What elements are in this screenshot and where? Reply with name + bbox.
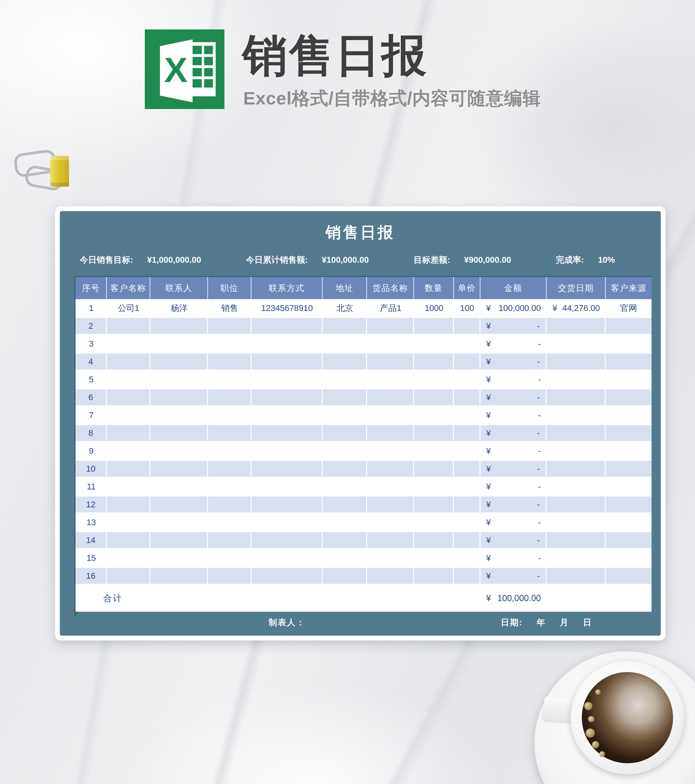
stat-label: 今日累计销售额: [246,255,308,265]
table-cell [150,389,208,405]
amount-cell: ¥- [480,478,547,496]
currency-symbol: ¥ [486,392,491,402]
column-header: 货品名称 [367,277,414,299]
table-cell [208,549,251,567]
table-cell [367,425,414,441]
table-cell: 4 [76,354,107,370]
amount-cell: ¥- [480,406,547,424]
amount-cell: ¥- [480,532,547,548]
table-cell [454,478,480,496]
table-cell [414,425,454,441]
currency-symbol: ¥ [486,517,491,527]
table-cell [251,513,323,531]
delivery-date-cell [546,532,606,548]
table-row: 6¥- [76,389,652,406]
table-cell [606,478,652,496]
table-cell [150,496,208,512]
table-cell [606,532,652,548]
table-cell [323,568,367,584]
delivery-date-cell [546,406,606,424]
table-cell [208,406,251,424]
currency-symbol: ¥ [486,535,491,545]
date-day-label: 日 [583,617,592,628]
table-cell [606,354,652,370]
table-cell [414,406,454,424]
table-cell [414,442,454,460]
table-cell [454,532,480,548]
table-cell [606,318,652,334]
report-card-surface: 销售日报 今日销售目标:¥1,000,000.00今日累计销售额:¥100,00… [60,211,661,636]
table-cell [150,461,208,477]
table-cell [367,389,414,405]
table-cell: 11 [76,478,107,496]
table-cell [251,425,323,441]
table-cell [323,318,367,334]
stat-pair: 目标差额:¥900,000.00 [414,255,511,265]
delivery-date-cell [546,461,606,477]
table-cell: 16 [76,568,107,584]
table-cell [367,478,414,496]
table-cell [251,354,323,370]
table-cell [367,442,414,460]
delivery-date-cell [546,568,606,584]
table-cell: 5 [76,371,107,389]
table-row: 14¥- [76,531,652,549]
column-header: 职位 [208,277,251,299]
summary-stats-row: 今日销售目标:¥1,000,000.00今日累计销售额:¥100,000.00目… [80,255,615,265]
table-cell [150,513,208,531]
date-label: 日期: [501,617,523,628]
amount-cell: ¥- [480,335,547,352]
table-cell [251,478,323,496]
table-cell [150,568,208,584]
cell-value: - [537,571,540,581]
coffee-bubble [592,741,599,748]
amount-cell: ¥- [480,442,547,460]
coffee-bubble [599,751,605,757]
table-cell [367,532,414,548]
coffee-liquid [582,672,673,763]
cell-value: - [538,517,541,527]
preparer-label: 制表人： [269,617,305,628]
table-cell [367,406,414,424]
table-cell [454,425,480,441]
table-cell [606,496,652,512]
table-cell [414,513,454,531]
table-cell [606,549,652,567]
sales-table-body: 1公司1杨洋销售12345678910北京产品11000100¥100,000.… [76,299,652,585]
table-cell [208,532,251,548]
table-cell [414,568,454,584]
amount-cell: ¥- [480,371,547,389]
delivery-date-cell [546,513,606,531]
column-header: 数量 [414,277,454,299]
table-cell [323,532,367,548]
amount-cell: ¥100,000.00 [480,299,547,317]
column-header: 序号 [76,277,107,299]
table-cell [107,549,150,567]
table-row: 11¥- [76,478,652,496]
table-cell [606,389,652,405]
stat-label: 今日销售目标: [80,255,133,265]
table-cell: 15 [76,549,107,567]
currency-symbol: ¥ [486,428,491,438]
table-cell: 2 [76,318,107,334]
column-header: 客户名称 [107,277,150,299]
currency-symbol: ¥ [486,571,491,581]
table-cell [107,461,150,477]
table-cell [251,318,323,334]
stat-value: ¥900,000.00 [464,255,511,265]
table-cell [606,406,652,424]
table-cell: 公司1 [107,299,150,317]
table-cell: 6 [76,389,107,405]
table-cell: 12 [76,496,107,512]
table-cell [367,354,414,370]
cell-value: - [537,499,540,509]
cell-value: - [538,410,541,420]
table-cell [454,568,480,584]
total-amount-cell: ¥ 100,000.00 [480,585,547,612]
coffee-bubble [586,728,595,738]
table-cell [606,568,652,584]
stat-label: 完成率: [556,255,584,265]
amount-cell: ¥- [480,513,547,531]
excel-logo-letter: X [164,50,188,89]
date-month-label: 月 [560,617,569,628]
